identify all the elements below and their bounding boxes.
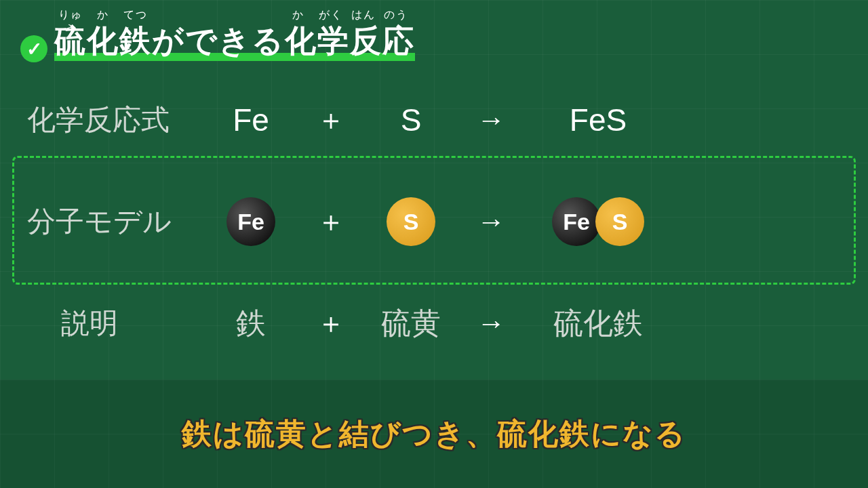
desc-reactant-b: 硫黄 — [370, 304, 452, 344]
reaction-table: 化学反応式 Fe ＋ S → FeS 分子モデル Fe ＋ S → — [20, 83, 848, 361]
page-title-wrap: りゅうかてつかがくはんのう 硫化鉄ができる化学反応 — [54, 20, 415, 62]
row-label-formula: 化学反応式 — [20, 101, 203, 139]
model-highlight-box — [12, 156, 856, 285]
caption-band: 鉄は硫黄と結びつき、硫化鉄になる — [0, 380, 868, 488]
plus-op: ＋ — [311, 101, 351, 139]
check-icon: ✓ — [20, 35, 47, 62]
row-formula: 化学反応式 Fe ＋ S → FeS — [20, 83, 848, 157]
desc-product: 硫化鉄 — [530, 304, 666, 344]
formula-reactant-a: Fe — [210, 102, 292, 138]
row-label-desc: 説明 — [20, 304, 203, 342]
formula-product: FeS — [530, 102, 666, 138]
row-description: 説明 鉄 ＋ 硫黄 → 硫化鉄 — [20, 286, 848, 361]
arrow-op: → — [471, 307, 511, 340]
desc-equation: 鉄 ＋ 硫黄 → 硫化鉄 — [203, 304, 848, 344]
desc-reactant-a: 鉄 — [210, 304, 292, 344]
page-title: 硫化鉄ができる化学反応 — [54, 20, 415, 62]
plus-op: ＋ — [311, 304, 351, 342]
formula-reactant-b: S — [370, 102, 452, 138]
arrow-op: → — [471, 104, 511, 136]
caption-text: 鉄は硫黄と結びつき、硫化鉄になる — [182, 414, 686, 454]
page-title-row: ✓ りゅうかてつかがくはんのう 硫化鉄ができる化学反応 — [20, 20, 848, 62]
formula-equation: Fe ＋ S → FeS — [203, 101, 848, 139]
